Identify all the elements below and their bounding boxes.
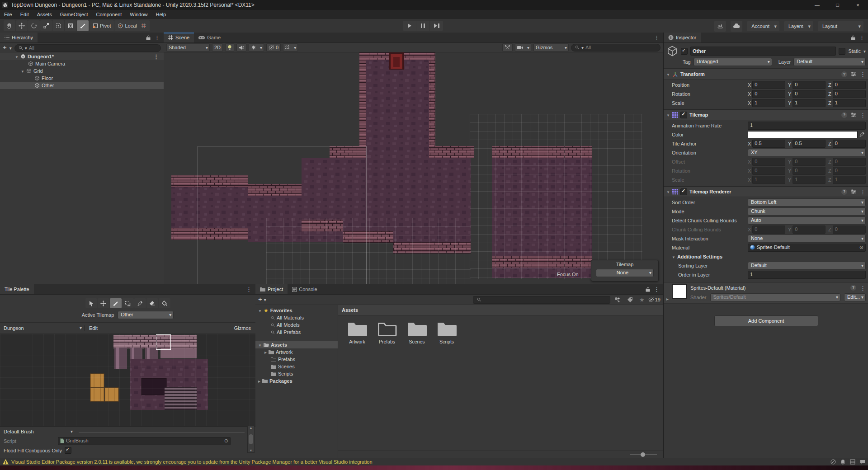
tree-prefabs[interactable]: Prefabs [255,356,338,363]
eyedropper-icon[interactable] [858,132,866,137]
help-icon[interactable]: ? [850,285,856,291]
presets-icon[interactable] [851,189,856,194]
tile-palette-canvas[interactable] [0,334,255,427]
fill-bucket-tool-button[interactable] [159,298,170,308]
object-picker-icon[interactable]: ⊙ [224,437,228,444]
hierarchy-item-floor[interactable]: Floor [0,75,164,82]
kebab-icon[interactable] [860,188,866,195]
pause-button[interactable] [416,21,429,31]
active-tilemap-dropdown[interactable]: Other [118,311,174,319]
menu-help[interactable]: Help [151,10,170,19]
services-icon[interactable] [714,21,726,32]
detect-dropdown[interactable]: Auto [748,216,866,225]
focus-on-dropdown[interactable]: None [596,269,654,277]
shader-dropdown[interactable]: Sprites/Default [710,293,840,301]
position-x-field[interactable]: 0 [752,81,785,89]
tab-hierarchy[interactable]: Hierarchy [0,33,38,42]
lock-icon[interactable] [146,35,151,40]
rotate-tool-button[interactable] [28,20,40,31]
transform-tool-button[interactable] [65,20,76,31]
tab-project[interactable]: Project [255,284,288,294]
notification-bell-icon[interactable] [840,459,845,465]
close-icon[interactable]: × [848,0,868,10]
script-object-field[interactable]: GridBrush ⊙ [58,437,231,445]
afr-field[interactable]: 1 [748,122,866,130]
foldout-icon[interactable] [666,112,670,118]
folder-artwork[interactable]: Artwork [343,321,372,344]
help-icon[interactable]: ? [841,71,847,77]
edit-palette-button[interactable]: Edit [84,325,102,331]
scale-z-field[interactable]: 1 [833,99,866,107]
static-checkbox[interactable] [839,48,845,55]
tree-packages[interactable]: Packages [255,377,338,385]
hierarchy-item-main-camera[interactable]: Main Camera [0,60,164,67]
rect-tool-button[interactable] [52,20,64,31]
search-by-label-icon[interactable] [625,297,636,302]
slider-knob[interactable] [641,452,645,457]
move-tool-button[interactable] [98,298,109,308]
scene-visibility-button[interactable]: 0 [266,43,281,52]
foldout-icon[interactable] [666,71,670,77]
maximize-icon[interactable]: □ [827,0,848,10]
kebab-icon[interactable] [859,34,865,41]
additional-settings-foldout[interactable]: Additional Settings [672,253,866,260]
tab-scene[interactable]: Scene [164,33,194,42]
tree-artwork[interactable]: Artwork [255,348,338,356]
presets-icon[interactable] [851,72,856,76]
scene-tools-button[interactable] [502,43,513,52]
foldout-icon[interactable] [672,254,675,259]
tab-tile-palette[interactable]: Tile Palette [0,284,34,294]
foldout-icon[interactable] [258,342,262,348]
flood-fill-checkbox[interactable] [65,447,71,454]
gameobject-icon-large[interactable] [666,45,678,57]
tree-all-models[interactable]: All Models [255,321,338,329]
position-y-field[interactable]: 0 [793,81,826,89]
foldout-icon[interactable] [666,189,670,194]
hidden-packages-icon[interactable]: 19 [648,297,660,302]
component-enabled-checkbox[interactable] [680,188,687,195]
tab-inspector[interactable]: Inspector [664,33,701,42]
static-dropdown-icon[interactable] [863,48,866,54]
scrollbar-thumb[interactable] [249,434,253,444]
foldout-icon[interactable] [258,378,260,384]
kebab-icon[interactable] [154,34,160,41]
tree-assets[interactable]: Assets [255,341,338,348]
kebab-icon[interactable] [860,285,866,291]
hierarchy-item-other[interactable]: Other [0,82,164,89]
kebab-icon[interactable] [654,34,660,41]
create-asset-dropdown-icon[interactable] [264,297,266,302]
kebab-icon[interactable] [860,112,866,118]
color-swatch[interactable] [748,131,858,138]
paintbrush-tool-button[interactable] [110,298,122,308]
foldout-icon[interactable] [21,68,24,74]
step-button[interactable] [430,21,443,31]
help-icon[interactable]: ? [841,112,847,118]
tab-game[interactable]: Game [194,33,225,42]
orientation-dropdown[interactable]: XY [748,149,866,157]
cloud-icon[interactable] [731,21,742,32]
favorite-search-star-icon[interactable]: ★ [637,296,646,303]
brush-dropdown[interactable]: Default Brush [0,429,75,434]
tree-all-prefabs[interactable]: All Prefabs [255,329,338,336]
console-status-icon[interactable] [860,460,865,465]
create-dropdown-icon[interactable] [9,45,12,51]
menu-edit[interactable]: Edit [16,10,33,19]
gizmos-dropdown[interactable]: Gizmos [533,43,569,52]
menu-file[interactable]: File [0,10,16,19]
foldout-icon[interactable] [258,308,262,313]
mode-dropdown[interactable]: Chunk [748,207,866,216]
scene-kebab-icon[interactable] [153,53,159,60]
scale-x-field[interactable]: 1 [752,99,785,107]
position-z-field[interactable]: 0 [833,81,866,89]
active-checkbox[interactable] [681,48,688,55]
tree-all-materials[interactable]: All Materials [255,314,338,321]
status-message[interactable]: Visual Studio Editor Package version 2.0… [11,459,373,465]
move-tool-button[interactable] [16,20,28,31]
mask-dropdown[interactable]: None [748,235,866,243]
picker-tool-button[interactable] [134,298,146,308]
scene-lighting-button[interactable] [225,43,234,52]
lock-icon[interactable] [851,35,855,40]
tree-scenes[interactable]: Scenes [255,363,338,370]
layers-dropdown[interactable]: Layers [784,21,813,31]
layer-dropdown[interactable]: Default [793,58,866,66]
